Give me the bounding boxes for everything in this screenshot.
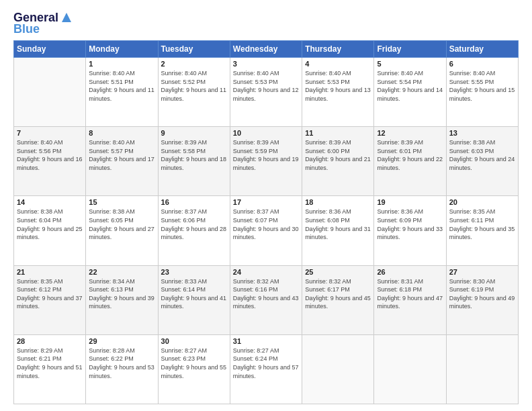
calendar-cell: 10Sunrise: 8:39 AMSunset: 5:59 PMDayligh… — [230, 127, 302, 196]
day-info: Sunrise: 8:39 AMSunset: 5:59 PMDaylight:… — [233, 138, 299, 172]
calendar-cell — [374, 334, 446, 404]
page: General Blue SundayMondayTuesdayWednesda… — [0, 0, 532, 411]
day-number: 10 — [233, 129, 299, 137]
day-number: 1 — [89, 60, 154, 68]
day-info: Sunrise: 8:40 AMSunset: 5:57 PMDaylight:… — [89, 138, 154, 172]
day-number: 3 — [233, 60, 299, 68]
calendar-table: SundayMondayTuesdayWednesdayThursdayFrid… — [13, 40, 519, 404]
day-number: 27 — [449, 268, 515, 276]
calendar-week-row: 7Sunrise: 8:40 AMSunset: 5:56 PMDaylight… — [14, 127, 519, 196]
calendar-cell: 11Sunrise: 8:39 AMSunset: 6:00 PMDayligh… — [302, 127, 374, 196]
logo: General Blue — [13, 11, 73, 35]
weekday-header-wednesday: Wednesday — [230, 41, 302, 58]
calendar-week-row: 21Sunrise: 8:35 AMSunset: 6:12 PMDayligh… — [14, 265, 519, 334]
calendar-cell: 24Sunrise: 8:32 AMSunset: 6:16 PMDayligh… — [230, 265, 302, 334]
calendar-week-row: 1Sunrise: 8:40 AMSunset: 5:51 PMDaylight… — [14, 58, 519, 127]
calendar-cell: 6Sunrise: 8:40 AMSunset: 5:55 PMDaylight… — [446, 58, 518, 127]
logo-container: General Blue — [13, 11, 73, 35]
day-number: 20 — [449, 198, 515, 206]
day-info: Sunrise: 8:39 AMSunset: 6:01 PMDaylight:… — [377, 138, 443, 172]
day-number: 18 — [305, 198, 371, 206]
calendar-cell: 22Sunrise: 8:34 AMSunset: 6:13 PMDayligh… — [86, 265, 158, 334]
day-info: Sunrise: 8:37 AMSunset: 6:06 PMDaylight:… — [161, 208, 227, 241]
day-number: 30 — [161, 337, 227, 345]
day-number: 16 — [161, 198, 227, 206]
calendar-cell: 15Sunrise: 8:38 AMSunset: 6:05 PMDayligh… — [86, 196, 158, 265]
day-number: 2 — [161, 60, 227, 68]
day-info: Sunrise: 8:35 AMSunset: 6:11 PMDaylight:… — [449, 208, 515, 241]
calendar-cell: 1Sunrise: 8:40 AMSunset: 5:51 PMDaylight… — [86, 58, 158, 127]
day-info: Sunrise: 8:40 AMSunset: 5:54 PMDaylight:… — [377, 69, 443, 103]
calendar-cell — [446, 334, 518, 404]
day-info: Sunrise: 8:37 AMSunset: 6:07 PMDaylight:… — [233, 208, 299, 241]
header: General Blue — [13, 11, 519, 35]
calendar-cell — [302, 334, 374, 404]
calendar-cell: 30Sunrise: 8:27 AMSunset: 6:23 PMDayligh… — [158, 334, 230, 404]
day-number: 13 — [449, 129, 515, 137]
calendar-cell: 23Sunrise: 8:33 AMSunset: 6:14 PMDayligh… — [158, 265, 230, 334]
day-info: Sunrise: 8:34 AMSunset: 6:13 PMDaylight:… — [89, 277, 154, 311]
calendar-cell: 12Sunrise: 8:39 AMSunset: 6:01 PMDayligh… — [374, 127, 446, 196]
logo-icon — [60, 11, 73, 24]
weekday-header-friday: Friday — [374, 41, 446, 58]
day-info: Sunrise: 8:29 AMSunset: 6:21 PMDaylight:… — [17, 347, 83, 380]
calendar-cell: 18Sunrise: 8:36 AMSunset: 6:08 PMDayligh… — [302, 196, 374, 265]
weekday-header-tuesday: Tuesday — [158, 41, 230, 58]
day-number: 6 — [449, 60, 515, 68]
day-number: 29 — [89, 337, 154, 345]
day-info: Sunrise: 8:36 AMSunset: 6:09 PMDaylight:… — [377, 208, 443, 241]
day-number: 11 — [305, 129, 371, 137]
calendar-cell: 13Sunrise: 8:38 AMSunset: 6:03 PMDayligh… — [446, 127, 518, 196]
day-info: Sunrise: 8:30 AMSunset: 6:19 PMDaylight:… — [449, 277, 515, 311]
day-number: 31 — [233, 337, 299, 345]
day-info: Sunrise: 8:36 AMSunset: 6:08 PMDaylight:… — [305, 208, 371, 241]
day-number: 7 — [17, 129, 83, 137]
calendar-cell: 19Sunrise: 8:36 AMSunset: 6:09 PMDayligh… — [374, 196, 446, 265]
day-info: Sunrise: 8:35 AMSunset: 6:12 PMDaylight:… — [17, 277, 83, 311]
calendar-cell: 7Sunrise: 8:40 AMSunset: 5:56 PMDaylight… — [14, 127, 86, 196]
day-number: 12 — [377, 129, 443, 137]
day-number: 14 — [17, 198, 83, 206]
day-number: 26 — [377, 268, 443, 276]
day-info: Sunrise: 8:38 AMSunset: 6:03 PMDaylight:… — [449, 138, 515, 172]
weekday-header-row: SundayMondayTuesdayWednesdayThursdayFrid… — [14, 41, 519, 58]
day-info: Sunrise: 8:39 AMSunset: 6:00 PMDaylight:… — [305, 138, 371, 172]
weekday-header-sunday: Sunday — [14, 41, 86, 58]
calendar-cell: 20Sunrise: 8:35 AMSunset: 6:11 PMDayligh… — [446, 196, 518, 265]
calendar-cell: 2Sunrise: 8:40 AMSunset: 5:52 PMDaylight… — [158, 58, 230, 127]
day-number: 28 — [17, 337, 83, 345]
day-number: 4 — [305, 60, 371, 68]
calendar-cell: 28Sunrise: 8:29 AMSunset: 6:21 PMDayligh… — [14, 334, 86, 404]
day-info: Sunrise: 8:39 AMSunset: 5:58 PMDaylight:… — [161, 138, 227, 172]
day-info: Sunrise: 8:40 AMSunset: 5:55 PMDaylight:… — [449, 69, 515, 103]
calendar-cell: 9Sunrise: 8:39 AMSunset: 5:58 PMDaylight… — [158, 127, 230, 196]
day-number: 24 — [233, 268, 299, 276]
day-number: 8 — [89, 129, 154, 137]
day-info: Sunrise: 8:40 AMSunset: 5:52 PMDaylight:… — [161, 69, 227, 103]
calendar-cell — [14, 58, 86, 127]
day-info: Sunrise: 8:28 AMSunset: 6:22 PMDaylight:… — [89, 347, 154, 380]
day-number: 22 — [89, 268, 154, 276]
day-info: Sunrise: 8:40 AMSunset: 5:51 PMDaylight:… — [89, 69, 154, 103]
calendar-cell: 21Sunrise: 8:35 AMSunset: 6:12 PMDayligh… — [14, 265, 86, 334]
day-info: Sunrise: 8:38 AMSunset: 6:05 PMDaylight:… — [89, 208, 154, 241]
day-info: Sunrise: 8:40 AMSunset: 5:56 PMDaylight:… — [17, 138, 83, 172]
calendar-cell: 4Sunrise: 8:40 AMSunset: 5:53 PMDaylight… — [302, 58, 374, 127]
calendar-cell: 26Sunrise: 8:31 AMSunset: 6:18 PMDayligh… — [374, 265, 446, 334]
day-number: 25 — [305, 268, 371, 276]
day-info: Sunrise: 8:32 AMSunset: 6:17 PMDaylight:… — [305, 277, 371, 311]
calendar-week-row: 28Sunrise: 8:29 AMSunset: 6:21 PMDayligh… — [14, 334, 519, 404]
calendar-week-row: 14Sunrise: 8:38 AMSunset: 6:04 PMDayligh… — [14, 196, 519, 265]
day-info: Sunrise: 8:31 AMSunset: 6:18 PMDaylight:… — [377, 277, 443, 311]
logo-blue: Blue — [13, 23, 73, 35]
day-info: Sunrise: 8:27 AMSunset: 6:24 PMDaylight:… — [233, 347, 299, 380]
calendar-cell: 25Sunrise: 8:32 AMSunset: 6:17 PMDayligh… — [302, 265, 374, 334]
weekday-header-saturday: Saturday — [446, 41, 518, 58]
day-number: 23 — [161, 268, 227, 276]
calendar-cell: 8Sunrise: 8:40 AMSunset: 5:57 PMDaylight… — [86, 127, 158, 196]
day-number: 9 — [161, 129, 227, 137]
weekday-header-thursday: Thursday — [302, 41, 374, 58]
day-number: 15 — [89, 198, 154, 206]
day-info: Sunrise: 8:33 AMSunset: 6:14 PMDaylight:… — [161, 277, 227, 311]
day-number: 5 — [377, 60, 443, 68]
